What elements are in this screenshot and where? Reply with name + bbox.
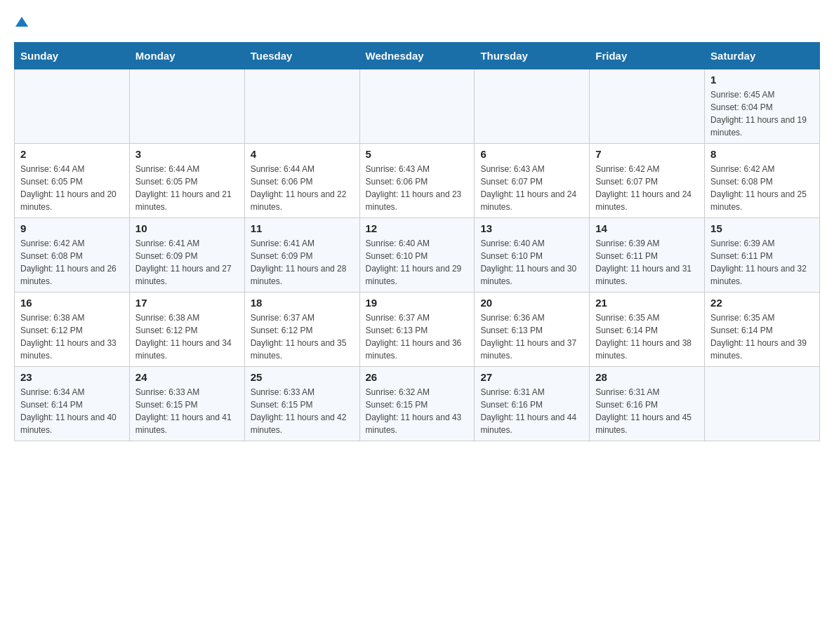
calendar-cell: 1Sunrise: 6:45 AM Sunset: 6:04 PM Daylig… bbox=[705, 69, 820, 144]
calendar-cell: 26Sunrise: 6:32 AM Sunset: 6:15 PM Dayli… bbox=[359, 367, 475, 441]
calendar-cell bbox=[705, 367, 820, 441]
calendar-cell: 13Sunrise: 6:40 AM Sunset: 6:10 PM Dayli… bbox=[475, 218, 590, 293]
day-info: Sunrise: 6:39 AM Sunset: 6:11 PM Dayligh… bbox=[710, 237, 814, 288]
day-number: 12 bbox=[366, 222, 469, 234]
day-number: 15 bbox=[710, 222, 814, 234]
calendar-cell: 10Sunrise: 6:41 AM Sunset: 6:09 PM Dayli… bbox=[129, 218, 244, 293]
day-info: Sunrise: 6:43 AM Sunset: 6:06 PM Dayligh… bbox=[366, 163, 469, 213]
day-number: 22 bbox=[710, 297, 814, 309]
calendar-cell: 7Sunrise: 6:42 AM Sunset: 6:07 PM Daylig… bbox=[590, 144, 705, 218]
calendar-week-row: 16Sunrise: 6:38 AM Sunset: 6:12 PM Dayli… bbox=[15, 293, 820, 367]
day-info: Sunrise: 6:33 AM Sunset: 6:15 PM Dayligh… bbox=[251, 386, 354, 436]
day-number: 10 bbox=[135, 222, 239, 234]
calendar-cell: 24Sunrise: 6:33 AM Sunset: 6:15 PM Dayli… bbox=[129, 367, 244, 441]
calendar-cell bbox=[590, 69, 705, 144]
calendar-cell: 14Sunrise: 6:39 AM Sunset: 6:11 PM Dayli… bbox=[590, 218, 705, 293]
calendar-cell: 8Sunrise: 6:42 AM Sunset: 6:08 PM Daylig… bbox=[705, 144, 820, 218]
day-number: 1 bbox=[710, 74, 814, 86]
day-number: 13 bbox=[480, 222, 583, 234]
day-info: Sunrise: 6:42 AM Sunset: 6:07 PM Dayligh… bbox=[595, 163, 699, 213]
day-info: Sunrise: 6:44 AM Sunset: 6:05 PM Dayligh… bbox=[135, 163, 239, 213]
calendar-table: SundayMondayTuesdayWednesdayThursdayFrid… bbox=[14, 42, 820, 441]
day-header-monday: Monday bbox=[129, 43, 244, 69]
day-info: Sunrise: 6:31 AM Sunset: 6:16 PM Dayligh… bbox=[480, 386, 583, 436]
day-number: 24 bbox=[135, 371, 239, 383]
calendar-week-row: 23Sunrise: 6:34 AM Sunset: 6:14 PM Dayli… bbox=[15, 367, 820, 441]
day-info: Sunrise: 6:35 AM Sunset: 6:14 PM Dayligh… bbox=[710, 311, 814, 362]
day-info: Sunrise: 6:38 AM Sunset: 6:12 PM Dayligh… bbox=[135, 311, 239, 362]
day-info: Sunrise: 6:42 AM Sunset: 6:08 PM Dayligh… bbox=[710, 163, 814, 213]
calendar-cell: 6Sunrise: 6:43 AM Sunset: 6:07 PM Daylig… bbox=[475, 144, 590, 218]
day-number: 23 bbox=[20, 371, 124, 383]
logo bbox=[14, 14, 28, 28]
calendar-cell: 12Sunrise: 6:40 AM Sunset: 6:10 PM Dayli… bbox=[359, 218, 475, 293]
day-info: Sunrise: 6:40 AM Sunset: 6:10 PM Dayligh… bbox=[480, 237, 583, 288]
calendar-cell: 2Sunrise: 6:44 AM Sunset: 6:05 PM Daylig… bbox=[15, 144, 130, 218]
day-number: 20 bbox=[480, 297, 583, 309]
day-number: 26 bbox=[366, 371, 469, 383]
day-number: 6 bbox=[480, 148, 583, 160]
calendar-cell: 27Sunrise: 6:31 AM Sunset: 6:16 PM Dayli… bbox=[475, 367, 590, 441]
day-info: Sunrise: 6:44 AM Sunset: 6:06 PM Dayligh… bbox=[251, 163, 354, 213]
calendar-cell bbox=[475, 69, 590, 144]
calendar-week-row: 9Sunrise: 6:42 AM Sunset: 6:08 PM Daylig… bbox=[15, 218, 820, 293]
day-info: Sunrise: 6:31 AM Sunset: 6:16 PM Dayligh… bbox=[595, 386, 699, 436]
day-number: 28 bbox=[595, 371, 699, 383]
day-number: 9 bbox=[20, 222, 124, 234]
day-number: 2 bbox=[20, 148, 124, 160]
day-number: 8 bbox=[710, 148, 814, 160]
day-info: Sunrise: 6:42 AM Sunset: 6:08 PM Dayligh… bbox=[20, 237, 124, 288]
calendar-cell: 15Sunrise: 6:39 AM Sunset: 6:11 PM Dayli… bbox=[705, 218, 820, 293]
calendar-week-row: 2Sunrise: 6:44 AM Sunset: 6:05 PM Daylig… bbox=[15, 144, 820, 218]
calendar-cell bbox=[129, 69, 244, 144]
day-info: Sunrise: 6:37 AM Sunset: 6:12 PM Dayligh… bbox=[251, 311, 354, 362]
day-number: 18 bbox=[251, 297, 354, 309]
logo-triangle-icon bbox=[15, 15, 28, 28]
day-info: Sunrise: 6:37 AM Sunset: 6:13 PM Dayligh… bbox=[366, 311, 469, 362]
day-number: 21 bbox=[595, 297, 699, 309]
day-header-sunday: Sunday bbox=[15, 43, 130, 69]
calendar-cell: 16Sunrise: 6:38 AM Sunset: 6:12 PM Dayli… bbox=[15, 293, 130, 367]
calendar-cell: 18Sunrise: 6:37 AM Sunset: 6:12 PM Dayli… bbox=[244, 293, 359, 367]
day-header-tuesday: Tuesday bbox=[244, 43, 359, 69]
day-info: Sunrise: 6:41 AM Sunset: 6:09 PM Dayligh… bbox=[251, 237, 354, 288]
day-info: Sunrise: 6:39 AM Sunset: 6:11 PM Dayligh… bbox=[595, 237, 699, 288]
day-info: Sunrise: 6:45 AM Sunset: 6:04 PM Dayligh… bbox=[710, 88, 814, 139]
day-info: Sunrise: 6:38 AM Sunset: 6:12 PM Dayligh… bbox=[20, 311, 124, 362]
day-number: 27 bbox=[480, 371, 583, 383]
day-info: Sunrise: 6:32 AM Sunset: 6:15 PM Dayligh… bbox=[366, 386, 469, 436]
day-number: 7 bbox=[595, 148, 699, 160]
day-number: 25 bbox=[251, 371, 354, 383]
day-number: 4 bbox=[251, 148, 354, 160]
calendar-cell: 9Sunrise: 6:42 AM Sunset: 6:08 PM Daylig… bbox=[15, 218, 130, 293]
calendar-week-row: 1Sunrise: 6:45 AM Sunset: 6:04 PM Daylig… bbox=[15, 69, 820, 144]
calendar-cell: 11Sunrise: 6:41 AM Sunset: 6:09 PM Dayli… bbox=[244, 218, 359, 293]
calendar-cell: 28Sunrise: 6:31 AM Sunset: 6:16 PM Dayli… bbox=[590, 367, 705, 441]
calendar-cell: 25Sunrise: 6:33 AM Sunset: 6:15 PM Dayli… bbox=[244, 367, 359, 441]
calendar-cell bbox=[359, 69, 475, 144]
day-header-thursday: Thursday bbox=[475, 43, 590, 69]
day-header-wednesday: Wednesday bbox=[359, 43, 475, 69]
calendar-cell: 19Sunrise: 6:37 AM Sunset: 6:13 PM Dayli… bbox=[359, 293, 475, 367]
day-info: Sunrise: 6:44 AM Sunset: 6:05 PM Dayligh… bbox=[20, 163, 124, 213]
day-number: 19 bbox=[366, 297, 469, 309]
day-number: 14 bbox=[595, 222, 699, 234]
day-info: Sunrise: 6:35 AM Sunset: 6:14 PM Dayligh… bbox=[595, 311, 699, 362]
calendar-header-row: SundayMondayTuesdayWednesdayThursdayFrid… bbox=[15, 43, 820, 69]
day-info: Sunrise: 6:41 AM Sunset: 6:09 PM Dayligh… bbox=[135, 237, 239, 288]
calendar-cell: 20Sunrise: 6:36 AM Sunset: 6:13 PM Dayli… bbox=[475, 293, 590, 367]
day-number: 3 bbox=[135, 148, 239, 160]
day-number: 17 bbox=[135, 297, 239, 309]
day-number: 16 bbox=[20, 297, 124, 309]
day-number: 11 bbox=[251, 222, 354, 234]
calendar-cell: 4Sunrise: 6:44 AM Sunset: 6:06 PM Daylig… bbox=[244, 144, 359, 218]
calendar-cell: 22Sunrise: 6:35 AM Sunset: 6:14 PM Dayli… bbox=[705, 293, 820, 367]
day-info: Sunrise: 6:36 AM Sunset: 6:13 PM Dayligh… bbox=[480, 311, 583, 362]
day-header-saturday: Saturday bbox=[705, 43, 820, 69]
calendar-cell: 17Sunrise: 6:38 AM Sunset: 6:12 PM Dayli… bbox=[129, 293, 244, 367]
calendar-cell bbox=[244, 69, 359, 144]
page-header bbox=[14, 14, 820, 28]
day-info: Sunrise: 6:34 AM Sunset: 6:14 PM Dayligh… bbox=[20, 386, 124, 436]
calendar-cell: 23Sunrise: 6:34 AM Sunset: 6:14 PM Dayli… bbox=[15, 367, 130, 441]
calendar-cell: 21Sunrise: 6:35 AM Sunset: 6:14 PM Dayli… bbox=[590, 293, 705, 367]
